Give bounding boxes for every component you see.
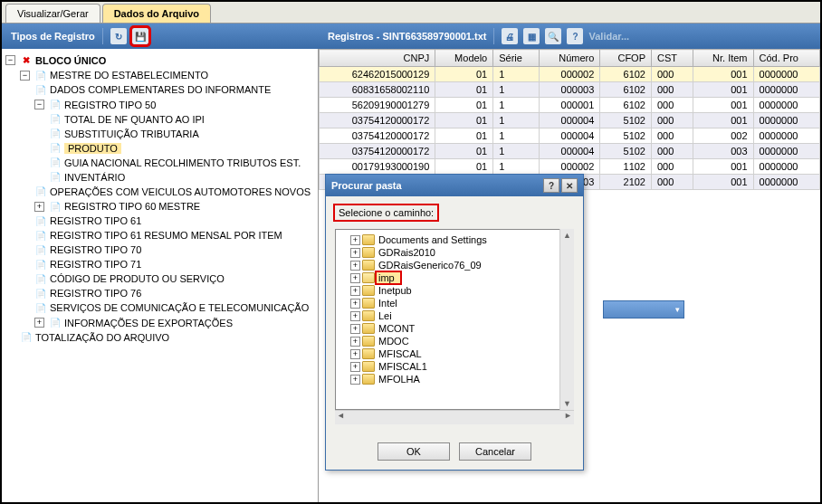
cell-nritem: 001: [693, 82, 753, 98]
cancel-button[interactable]: Cancelar: [459, 442, 531, 461]
expand-icon[interactable]: +: [350, 273, 360, 283]
expand-icon[interactable]: +: [350, 362, 360, 372]
col-codpro[interactable]: Cód. Pro: [753, 50, 819, 67]
tree-item[interactable]: +📄INFORMAÇÕES DE EXPORTAÇÕES: [34, 317, 233, 329]
cell-cst: 000: [652, 159, 693, 175]
cell-cfop: 5102: [600, 113, 652, 128]
col-numero[interactable]: Número: [539, 50, 600, 67]
cell-numero: 000004: [539, 144, 600, 159]
tree-item[interactable]: 📄CÓDIGO DE PRODUTO OU SERVIÇO: [34, 272, 225, 285]
tree-item[interactable]: −📄MESTRE DO ESTABELECIMENTO: [20, 69, 208, 81]
tree-item[interactable]: +📄REGISTRO TIPO 60 MESTRE: [34, 200, 200, 213]
refresh-icon[interactable]: ↻: [110, 28, 127, 44]
tab-visualizar[interactable]: Visualizar/Gerar: [5, 4, 100, 23]
tree-item[interactable]: 📄OPERAÇÕES COM VEICULOS AUTOMOTORES NOVO…: [34, 185, 311, 198]
tree-item[interactable]: 📄REGISTRO TIPO 61 RESUMO MENSAL POR ITEM: [34, 229, 282, 242]
tree-item[interactable]: 📄SERVIÇOS DE COMUNICAÇÃO E TELECOMUNICAÇ…: [34, 301, 309, 314]
folder-item[interactable]: +Documents and Settings: [339, 233, 569, 246]
folder-item[interactable]: +MFISCAL1: [339, 360, 569, 373]
folder-icon: [362, 247, 375, 258]
expand-icon[interactable]: +: [350, 349, 360, 359]
folder-item[interactable]: +Lei: [339, 309, 569, 322]
tab-dados-arquivo[interactable]: Dados do Arquivo: [102, 4, 211, 23]
expand-icon[interactable]: +: [350, 311, 360, 321]
save-disk-icon[interactable]: 💾: [132, 28, 148, 44]
expand-icon[interactable]: +: [350, 248, 360, 258]
col-cfop[interactable]: CFOP: [600, 50, 652, 67]
tree-item[interactable]: 📄DADOS COMPLEMENTARES DO INFORMANTE: [34, 83, 271, 96]
tree-root[interactable]: −✖BLOCO ÚNICO: [5, 54, 106, 67]
data-grid[interactable]: CNPJ Modelo Série Número CFOP CST Nr. It…: [319, 49, 820, 190]
cell-codpro: 0000000: [753, 67, 819, 82]
table-row[interactable]: 5620919000127901100000161020000010000000: [320, 98, 820, 113]
cell-serie: 1: [493, 113, 539, 128]
folder-item[interactable]: +Inetpub: [339, 284, 569, 297]
expand-icon[interactable]: +: [350, 286, 360, 296]
cell-cfop: 5102: [600, 128, 652, 144]
collapse-icon[interactable]: −: [34, 100, 44, 109]
toolbar-right: Registros - SINT663589790001.txt 🖨 ▦ 🔍 ?…: [319, 24, 820, 49]
tree-item[interactable]: 📄TOTALIZAÇÃO DO ARQUIVO: [20, 331, 169, 344]
col-serie[interactable]: Série: [493, 50, 539, 67]
expand-icon[interactable]: +: [350, 299, 360, 309]
tree-item[interactable]: −📄REGISTRO TIPO 50: [34, 99, 156, 111]
help-icon[interactable]: ?: [567, 28, 583, 44]
folder-item[interactable]: +MFOLHA: [339, 373, 569, 385]
col-modelo[interactable]: Modelo: [435, 50, 493, 67]
folder-item[interactable]: +MFISCAL: [339, 347, 569, 360]
folder-item-selected[interactable]: +imp: [339, 271, 569, 284]
doc-icon: 📄: [34, 229, 47, 242]
ok-button[interactable]: OK: [378, 442, 450, 461]
folder-item[interactable]: +Intel: [339, 297, 569, 309]
scrollbar-horizontal[interactable]: [335, 410, 574, 424]
validar-button[interactable]: Validar...: [588, 31, 629, 42]
print-icon[interactable]: 🖨: [502, 28, 518, 44]
dialog-close-button[interactable]: ✕: [561, 178, 578, 193]
expand-icon[interactable]: +: [350, 324, 360, 334]
folder-item[interactable]: +MCONT: [339, 322, 569, 335]
toolbar-separator: [102, 28, 103, 44]
table-row[interactable]: 0375412000017201100000451020000030000000: [320, 144, 820, 159]
tree-item[interactable]: 📄INVENTÁRIO: [49, 171, 125, 184]
expand-icon[interactable]: +: [34, 318, 44, 328]
folder-item[interactable]: +GDRais2010: [339, 246, 569, 259]
doc-icon: 📄: [49, 128, 62, 140]
tree-item-produto[interactable]: 📄PRODUTO: [49, 142, 121, 155]
root-icon: ✖: [20, 54, 33, 67]
col-cst[interactable]: CST: [652, 50, 693, 67]
col-cnpj[interactable]: CNPJ: [320, 50, 435, 67]
table-row[interactable]: 0375412000017201100000451020000010000000: [320, 113, 820, 128]
tree-item[interactable]: 📄REGISTRO TIPO 61: [34, 214, 141, 227]
folder-item[interactable]: +MDOC: [339, 335, 569, 347]
tree-item[interactable]: 📄REGISTRO TIPO 71: [34, 258, 141, 271]
folder-item[interactable]: +GDRaisGenerico76_09: [339, 259, 569, 271]
expand-icon[interactable]: +: [350, 261, 360, 271]
cell-nritem: 002: [693, 128, 753, 144]
tree-item[interactable]: 📄TOTAL DE NF QUANTO AO IPI: [49, 113, 205, 126]
table-row[interactable]: 0017919300019001100000211020000010000000: [320, 159, 820, 175]
cell-nritem: 001: [693, 175, 753, 190]
table-row[interactable]: 6246201500012901100000261020000010000000: [320, 67, 820, 82]
filter-dropdown[interactable]: [603, 300, 684, 319]
cell-cnpj: 03754120000172: [320, 128, 435, 144]
folder-tree[interactable]: +Documents and Settings +GDRais2010 +GDR…: [335, 229, 574, 410]
zoom-icon[interactable]: 🔍: [545, 28, 561, 44]
expand-icon[interactable]: +: [350, 375, 360, 385]
toolbar-separator: [493, 28, 494, 44]
grid-icon[interactable]: ▦: [523, 28, 540, 44]
tree-item[interactable]: 📄REGISTRO TIPO 76: [34, 287, 141, 300]
expand-icon[interactable]: +: [350, 235, 360, 245]
expand-icon[interactable]: +: [350, 337, 360, 347]
scrollbar-vertical[interactable]: [559, 229, 574, 410]
tree-item[interactable]: 📄REGISTRO TIPO 70: [34, 243, 141, 256]
table-row[interactable]: 6083165800211001100000361020000010000000: [320, 82, 820, 98]
collapse-icon[interactable]: −: [20, 71, 30, 81]
table-row[interactable]: 0375412000017201100000451020000020000000: [320, 128, 820, 144]
cell-codpro: 0000000: [753, 144, 819, 159]
col-nritem[interactable]: Nr. Item: [693, 50, 753, 67]
tree-item[interactable]: 📄GUIA NACIONAL RECOLHIMENTO TRIBUTOS EST…: [49, 157, 301, 169]
collapse-icon[interactable]: −: [5, 55, 15, 65]
expand-icon[interactable]: +: [34, 202, 44, 212]
dialog-help-button[interactable]: ?: [543, 178, 559, 193]
tree-item[interactable]: 📄SUBSTITUIÇÃO TRIBUTARIA: [49, 128, 199, 140]
